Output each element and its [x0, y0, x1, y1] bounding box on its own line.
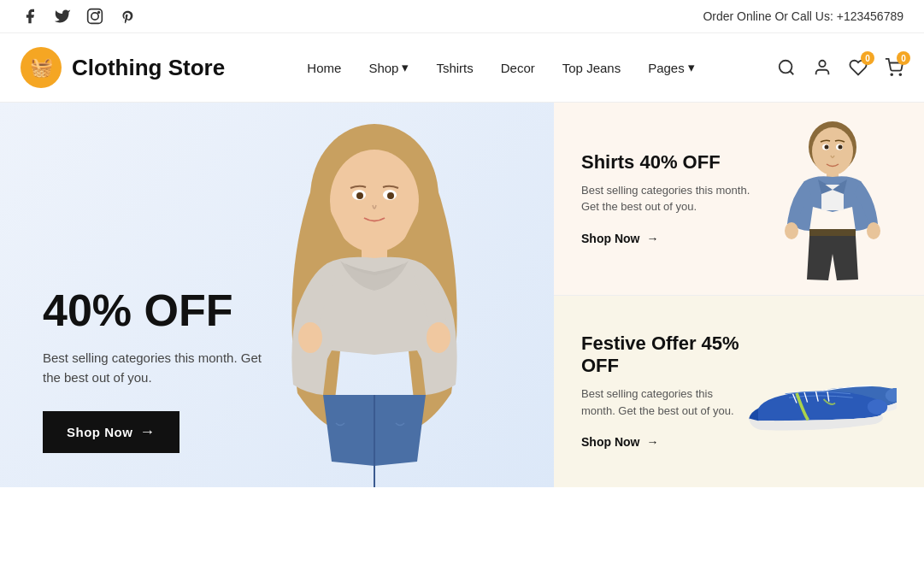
- svg-point-28: [839, 145, 843, 150]
- svg-point-16: [356, 192, 363, 199]
- right-panels: Shirts 40% OFF Best selling categories t…: [554, 103, 924, 487]
- festive-shop-now-button[interactable]: Shop Now →: [581, 435, 658, 449]
- wishlist-icon[interactable]: 0: [849, 58, 868, 77]
- hero-shop-now-button[interactable]: Shop Now →: [43, 411, 180, 453]
- hero-shop-now-label: Shop Now: [67, 425, 132, 439]
- shirts-promo-info: Shirts 40% OFF Best selling categories t…: [581, 151, 768, 246]
- svg-point-11: [298, 322, 322, 353]
- svg-point-30: [868, 399, 887, 415]
- festive-promo-card: Festive Offer 45% OFF Best selling categ…: [554, 296, 924, 488]
- arrow-icon: →: [646, 232, 658, 245]
- logo[interactable]: 🧺 Clothing Store: [21, 47, 225, 88]
- hero-model-image: [246, 120, 503, 487]
- festive-promo-desc: Best selling categories this month. Get …: [581, 386, 743, 419]
- top-bar: Order Online Or Call Us: +123456789: [0, 0, 924, 33]
- nav-decor[interactable]: Decor: [501, 61, 535, 75]
- twitter-icon[interactable]: [53, 7, 72, 26]
- svg-rect-0: [88, 9, 103, 24]
- svg-point-19: [812, 127, 853, 175]
- pinterest-icon[interactable]: [118, 7, 137, 26]
- nav-top-jeans[interactable]: Top Jeans: [562, 61, 621, 75]
- arrow-icon: →: [646, 435, 658, 449]
- svg-point-1: [91, 13, 98, 20]
- svg-rect-24: [809, 229, 856, 236]
- hero-description: Best selling categories this month. Get …: [43, 349, 265, 387]
- nav-tshirts[interactable]: Tshirts: [436, 61, 473, 75]
- hero-banner: 40% OFF Best selling categories this mon…: [0, 103, 554, 487]
- shirts-promo-image: [768, 113, 897, 284]
- festive-promo-info: Festive Offer 45% OFF Best selling categ…: [581, 333, 743, 450]
- search-icon[interactable]: [777, 58, 796, 77]
- svg-point-9: [330, 150, 419, 252]
- svg-point-5: [819, 61, 825, 67]
- cart-icon[interactable]: 0: [885, 58, 903, 77]
- svg-point-2: [98, 12, 100, 14]
- account-icon[interactable]: [813, 58, 832, 77]
- shirts-promo-card: Shirts 40% OFF Best selling categories t…: [554, 103, 924, 296]
- logo-icon: 🧺: [21, 47, 62, 88]
- nav-home[interactable]: Home: [307, 61, 341, 75]
- chevron-down-icon: ▾: [402, 60, 409, 75]
- shirts-shop-now-button[interactable]: Shop Now →: [581, 232, 658, 245]
- main-nav: Home Shop ▾ Tshirts Decor Top Jeans Page…: [307, 60, 694, 75]
- svg-point-6: [891, 74, 892, 75]
- chevron-down-icon: ▾: [688, 60, 695, 75]
- svg-point-22: [785, 222, 798, 239]
- logo-text: Clothing Store: [72, 55, 225, 81]
- main-content: 40% OFF Best selling categories this mon…: [0, 103, 924, 487]
- svg-line-4: [790, 71, 793, 74]
- arrow-icon: →: [139, 423, 156, 441]
- header-actions: 0 0: [777, 58, 903, 77]
- instagram-icon[interactable]: [85, 7, 104, 26]
- shirts-promo-desc: Best selling categories this month. Get …: [581, 182, 768, 215]
- hero-discount: 40% OFF: [43, 286, 265, 335]
- header: 🧺 Clothing Store Home Shop ▾ Tshirts Dec…: [0, 33, 924, 103]
- contact-info: Order Online Or Call Us: +123456789: [703, 9, 903, 23]
- facebook-icon[interactable]: [21, 7, 39, 26]
- nav-pages[interactable]: Pages ▾: [648, 60, 695, 75]
- svg-point-3: [780, 61, 792, 74]
- wishlist-badge: 0: [861, 51, 874, 65]
- hero-content: 40% OFF Best selling categories this mon…: [43, 286, 265, 453]
- svg-point-7: [899, 74, 901, 75]
- festive-promo-title: Festive Offer 45% OFF: [581, 333, 743, 377]
- svg-point-12: [427, 322, 450, 353]
- shirts-promo-title: Shirts 40% OFF: [581, 151, 768, 174]
- cart-badge: 0: [897, 51, 910, 65]
- social-icons: [21, 7, 137, 26]
- svg-point-23: [867, 222, 880, 239]
- svg-point-27: [825, 145, 829, 150]
- nav-shop[interactable]: Shop ▾: [368, 60, 409, 75]
- svg-point-17: [387, 192, 394, 199]
- festive-promo-image: [743, 340, 897, 443]
